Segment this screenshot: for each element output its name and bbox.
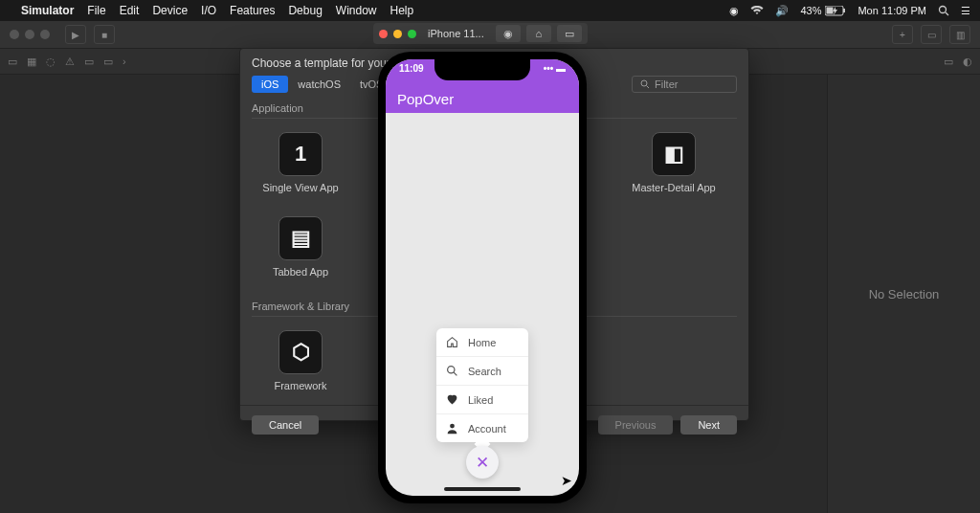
svg-point-3 bbox=[940, 7, 947, 13]
menu-features[interactable]: Features bbox=[230, 4, 275, 17]
nav-icon[interactable]: ▭ bbox=[103, 56, 113, 68]
filter-placeholder: Filter bbox=[655, 78, 678, 90]
svg-line-4 bbox=[946, 12, 948, 15]
nav-icon[interactable]: ▭ bbox=[8, 56, 17, 68]
svg-line-8 bbox=[454, 372, 457, 375]
svg-rect-1 bbox=[827, 7, 834, 13]
cancel-button[interactable]: Cancel bbox=[252, 415, 319, 435]
panels-button[interactable]: ▥ bbox=[949, 25, 970, 44]
menu-debug[interactable]: Debug bbox=[288, 4, 322, 17]
filter-input[interactable]: Filter bbox=[632, 76, 737, 93]
home-button[interactable]: ⌂ bbox=[526, 25, 551, 42]
screen-record-icon[interactable]: ◉ bbox=[729, 5, 739, 17]
popover-item-search[interactable]: Search bbox=[436, 357, 528, 386]
next-button[interactable]: Next bbox=[680, 415, 737, 435]
zoom-icon[interactable] bbox=[408, 30, 416, 38]
menu-file[interactable]: File bbox=[87, 4, 105, 17]
heart-icon bbox=[446, 393, 458, 406]
simulator-title: iPhone 11... bbox=[428, 28, 484, 39]
template-tabbed-app[interactable]: ▤ Tabbed App bbox=[257, 216, 344, 278]
person-icon bbox=[446, 422, 458, 435]
popover-menu: Home Search Liked Account bbox=[436, 328, 528, 442]
control-center-icon[interactable]: ☰ bbox=[961, 5, 970, 17]
search-icon bbox=[446, 365, 458, 377]
nav-icon[interactable]: ▦ bbox=[27, 56, 36, 68]
minimize-icon[interactable] bbox=[393, 30, 402, 38]
template-icon: ⬡ bbox=[278, 330, 323, 374]
menu-edit[interactable]: Edit bbox=[120, 4, 140, 17]
popover-item-liked[interactable]: Liked bbox=[436, 386, 528, 414]
nav-icon[interactable]: ▭ bbox=[84, 56, 94, 68]
wifi-icon[interactable] bbox=[750, 6, 764, 15]
home-indicator[interactable] bbox=[444, 487, 521, 491]
app-menu[interactable]: Simulator bbox=[21, 4, 74, 17]
svg-point-7 bbox=[448, 367, 455, 373]
notch bbox=[434, 59, 530, 80]
svg-line-6 bbox=[647, 86, 650, 89]
template-single-view-app[interactable]: 1 Single View App bbox=[257, 132, 344, 193]
library-button[interactable]: ▭ bbox=[921, 25, 942, 44]
inspector-empty-label: No Selection bbox=[869, 287, 940, 301]
inspector-tab-icon[interactable]: ▭ bbox=[944, 56, 953, 68]
popover-label: Search bbox=[468, 366, 501, 377]
traffic-lights[interactable] bbox=[10, 30, 50, 39]
inspector-tab-icon[interactable]: ◐ bbox=[963, 56, 972, 68]
template-icon: ◧ bbox=[652, 132, 696, 176]
svg-rect-2 bbox=[843, 9, 845, 12]
menu-device[interactable]: Device bbox=[152, 4, 188, 17]
status-icons: ••• ▬ bbox=[544, 63, 566, 78]
inspector-pane: No Selection bbox=[827, 75, 980, 513]
menu-window[interactable]: Window bbox=[336, 4, 377, 17]
nav-icon[interactable]: › bbox=[122, 56, 126, 67]
popover-label: Liked bbox=[468, 394, 493, 406]
volume-icon[interactable]: 🔊 bbox=[775, 5, 789, 17]
template-icon: ▤ bbox=[278, 216, 323, 260]
run-button[interactable]: ▶ bbox=[65, 25, 86, 44]
screenshot-button[interactable]: ◉ bbox=[496, 25, 521, 42]
rotate-button[interactable]: ▭ bbox=[557, 25, 582, 42]
home-icon bbox=[446, 336, 458, 348]
filter-icon bbox=[640, 79, 650, 89]
stop-button[interactable]: ■ bbox=[94, 25, 115, 44]
clock[interactable]: Mon 11:09 PM bbox=[858, 5, 926, 16]
svg-point-5 bbox=[641, 80, 647, 86]
menu-help[interactable]: Help bbox=[390, 4, 414, 17]
svg-point-9 bbox=[450, 424, 455, 429]
close-popover-button[interactable]: ✕ bbox=[466, 446, 499, 479]
platform-tab-ios[interactable]: iOS bbox=[252, 76, 288, 93]
menu-io[interactable]: I/O bbox=[201, 4, 216, 17]
template-framework[interactable]: ⬡ Framework bbox=[257, 330, 344, 391]
popover-label: Home bbox=[468, 337, 496, 348]
close-icon[interactable] bbox=[379, 30, 388, 38]
simulator-window-titlebar[interactable]: iPhone 11... ◉ ⌂ ▭ bbox=[373, 23, 588, 44]
device-time: 11:09 bbox=[399, 63, 424, 78]
nav-icon[interactable]: ◌ bbox=[46, 56, 56, 68]
nav-title: PopOver bbox=[397, 91, 454, 107]
macos-menubar: Simulator File Edit Device I/O Features … bbox=[0, 0, 980, 21]
iphone-device-frame: 11:09 ••• ▬ PopOver Home Search Liked Ac… bbox=[378, 52, 587, 503]
mouse-cursor: ➤ bbox=[561, 473, 572, 488]
iphone-screen[interactable]: 11:09 ••• ▬ PopOver Home Search Liked Ac… bbox=[386, 59, 579, 496]
battery-status: 43% bbox=[800, 5, 846, 16]
previous-button: Previous bbox=[598, 415, 674, 435]
spotlight-icon[interactable] bbox=[938, 5, 949, 16]
popover-item-home[interactable]: Home bbox=[436, 328, 528, 357]
add-button[interactable]: + bbox=[892, 25, 913, 44]
popover-label: Account bbox=[468, 423, 506, 435]
platform-tab-watchos[interactable]: watchOS bbox=[288, 76, 350, 93]
nav-icon[interactable]: ⚠ bbox=[65, 56, 75, 68]
template-icon: 1 bbox=[278, 132, 323, 176]
template-master-detail[interactable]: ◧ Master-Detail App bbox=[631, 132, 717, 193]
